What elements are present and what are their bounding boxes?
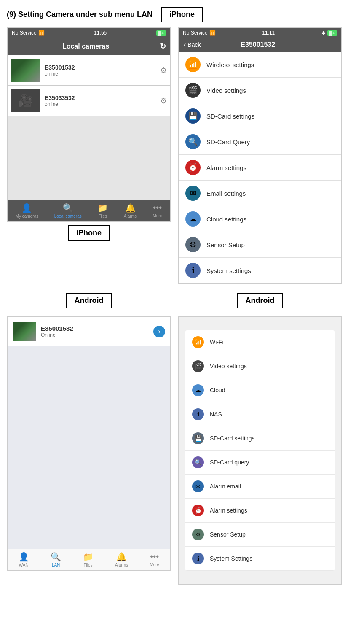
iphone-status-bar: No Service 📶 11:55 ▓+ [8,28,170,38]
setting-wireless[interactable]: 📶 Wireless settings [179,52,341,78]
android-setting-wifi[interactable]: 📶 Wi-Fi [185,330,335,354]
files-icon: 📁 [97,203,108,213]
android-alarms-icon: 🔔 [116,552,127,562]
camera-info-2: E35033532 online [45,94,156,107]
screen-title: Local cameras [62,43,109,50]
tab-more[interactable]: ••• More [153,203,162,219]
iphone-settings-screen: No Service 📶 11:11 ✱ ▓+ ‹ Back E35001532 [178,27,342,284]
android-setting-system[interactable]: ℹ System Settings [185,547,335,571]
android-cloud-icon: ☁ [192,384,204,396]
android-setting-video[interactable]: 🎬 Video settings [185,354,335,378]
android-sdcard-query-label: SD-Card query [210,459,249,466]
android-nav-arrow[interactable]: › [153,326,165,337]
android-tab-more[interactable]: ••• More [150,552,159,567]
video-label: Video settings [206,87,246,94]
alarm-icon: ⏰ [185,160,201,175]
settings-screen-title: E35001532 [204,41,312,49]
settings-no-service: No Service [183,30,208,36]
refresh-icon[interactable]: ↻ [160,42,166,51]
settings-signal-area: No Service 📶 [183,30,216,36]
setting-alarm[interactable]: ⏰ Alarm settings [179,155,341,181]
android-lan-icon: 🔍 [51,552,61,562]
sdcard-icon: 💾 [185,108,201,124]
android-local-cameras-screen: E35001532 Online › 👤 WAN 🔍 LAN 📁 [7,316,171,571]
android-files-label: Files [83,563,92,567]
android-label-left: Android [66,293,112,308]
setting-email[interactable]: ✉ Email settings [179,181,341,206]
sensor-icon: ⚙ [185,237,201,252]
sdcard-label: SD-Card settings [206,113,254,120]
tab-my-cameras[interactable]: 👤 My cameras [16,203,38,219]
android-wifi-label: Wi-Fi [210,339,224,345]
android-content-area [8,346,170,549]
system-label: System settings [206,267,251,274]
iphone-label-left: iPhone [68,225,110,241]
android-alarms-label: Alarms [115,563,128,567]
android-settings-list: 📶 Wi-Fi 🎬 Video settings ☁ Cloud ℹ NAS 💾 [185,330,335,571]
camera-name-2: E35033532 [45,94,156,101]
android-sensor-label: Sensor Setup [210,531,246,538]
settings-battery-icon: ▓+ [327,30,337,36]
android-setting-sdcard[interactable]: 💾 SD-Card settings [185,426,335,451]
android-sdcard-label: SD-Card settings [210,435,255,442]
camera-status-1: online [45,71,156,77]
camera-item-2[interactable]: 🎥 E35033532 online ⚙ [8,86,170,116]
cloud-label: Cloud settings [206,216,246,223]
camera-thumb-2: 🎥 [11,89,40,112]
tab-files-label: Files [98,214,107,219]
tab-local-cameras-label: Local cameras [54,214,82,219]
alarms-icon: 🔔 [125,203,136,213]
tab-local-cameras[interactable]: 🔍 Local cameras [54,203,82,219]
time-display: 11:55 [94,30,107,36]
android-tab-files[interactable]: 📁 Files [83,552,94,567]
setting-sdcard[interactable]: 💾 SD-Card settings [179,103,341,129]
tab-more-label: More [153,213,162,218]
my-cameras-icon: 👤 [21,203,32,213]
android-setting-sensor[interactable]: ⚙ Sensor Setup [185,523,335,547]
android-alarm-icon: ⏰ [192,505,204,516]
sdcard-query-icon: 🔍 [185,134,201,149]
iphone-badge-top: iPhone [161,7,203,22]
system-icon: ℹ [185,263,201,278]
android-camera-status: Online [41,332,148,338]
android-setting-sdcard-query[interactable]: 🔍 SD-Card query [185,451,335,475]
email-label: Email settings [206,190,246,197]
android-thumb [13,322,36,341]
android-wan-label: WAN [19,563,29,567]
android-more-icon: ••• [150,552,159,561]
settings-gear-1[interactable]: ⚙ [160,66,167,75]
signal-area: No Service 📶 [12,30,45,36]
android-label-right: Android [237,293,283,308]
android-tab-lan[interactable]: 🔍 LAN [51,552,61,567]
android-setting-alarm-email[interactable]: ✉ Alarm email [185,475,335,499]
video-icon: 🎬 [185,83,201,98]
tab-alarms[interactable]: 🔔 Alarms [124,203,137,219]
setting-sdcard-query[interactable]: 🔍 SD-Card Query [179,129,341,155]
back-button[interactable]: ‹ Back [184,41,201,49]
android-camera-info: E35001532 Online [41,325,148,338]
camera-list: E35001532 online ⚙ 🎥 E35033532 online ⚙ [8,55,170,116]
android-sdcard-query-icon: 🔍 [192,456,204,468]
android-setting-nas[interactable]: ℹ NAS [185,402,335,426]
iphone-local-cameras-screen: No Service 📶 11:55 ▓+ Local cameras ↻ [7,27,171,222]
back-chevron-icon: ‹ [184,41,186,49]
android-wan-icon: 👤 [19,552,29,562]
wifi-icon: 📶 [38,30,45,36]
settings-wifi-icon: 📶 [209,30,216,36]
android-alarm-email-label: Alarm email [210,483,241,490]
tab-files[interactable]: 📁 Files [97,203,108,219]
setting-video[interactable]: 🎬 Video settings [179,78,341,103]
battery-icon: ▓+ [156,30,166,36]
nav-bar: Local cameras ↻ [8,38,170,55]
tab-bar: 👤 My cameras 🔍 Local cameras 📁 Files 🔔 A… [8,200,170,221]
android-alarm-label: Alarm settings [210,507,247,514]
setting-cloud[interactable]: ☁ Cloud settings [179,206,341,232]
settings-gear-2[interactable]: ⚙ [160,96,167,105]
android-tab-wan[interactable]: 👤 WAN [19,552,29,567]
camera-item-1[interactable]: E35001532 online ⚙ [8,55,170,86]
android-setting-alarm[interactable]: ⏰ Alarm settings [185,499,335,523]
setting-system[interactable]: ℹ System settings [179,258,341,283]
setting-sensor[interactable]: ⚙ Sensor Setup [179,232,341,258]
android-setting-cloud[interactable]: ☁ Cloud [185,378,335,402]
android-tab-alarms[interactable]: 🔔 Alarms [115,552,128,567]
